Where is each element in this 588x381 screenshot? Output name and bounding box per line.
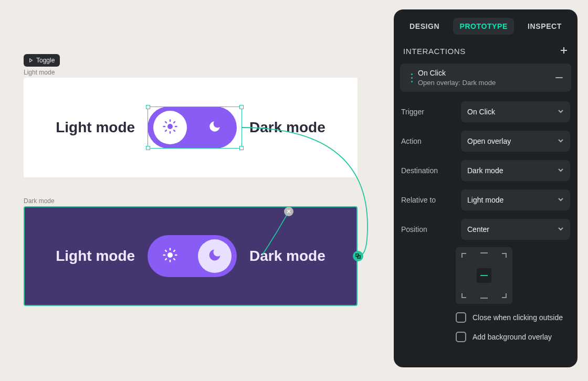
chevron-down-icon <box>558 196 564 204</box>
frame-label-light[interactable]: Light mode <box>24 69 55 76</box>
interaction-subtitle: Open overlay: Dark mode <box>418 79 555 87</box>
svg-line-17 <box>174 250 175 251</box>
chevron-down-icon <box>558 166 564 175</box>
label-close-outside: Close when clicking outside <box>472 312 563 323</box>
select-destination-value: Dark mode <box>467 166 503 175</box>
select-action-value: Open overlay <box>467 137 511 145</box>
chevron-down-icon <box>558 137 564 145</box>
panel-tab-bar: DESIGN PROTOTYPE INSPECT <box>394 9 578 41</box>
pos-top-center[interactable] <box>480 252 488 253</box>
pos-bottom-left[interactable] <box>461 289 470 299</box>
svg-line-16 <box>165 259 166 260</box>
svg-line-15 <box>174 259 175 260</box>
label-relative-to: Relative to <box>401 196 456 204</box>
svg-point-9 <box>167 252 173 258</box>
moon-icon <box>208 120 222 135</box>
svg-line-7 <box>165 130 166 131</box>
text-dark-left: Light mode <box>56 248 135 264</box>
interaction-card[interactable]: On Click Open overlay: Dark mode <box>400 64 571 92</box>
moon-icon <box>207 248 222 264</box>
add-interaction-button[interactable] <box>560 46 568 56</box>
row-bg-overlay: Add background overlay <box>394 327 578 347</box>
svg-point-0 <box>167 124 173 129</box>
label-trigger: Trigger <box>401 108 456 116</box>
row-action: Action Open overlay <box>394 126 578 156</box>
pos-bottom-right[interactable] <box>498 289 507 299</box>
toggle-component-dark[interactable] <box>148 235 237 277</box>
svg-line-5 <box>165 122 166 123</box>
chevron-down-icon <box>558 108 564 116</box>
frame-label-dark[interactable]: Dark mode <box>24 197 55 205</box>
row-relative-to: Relative to Light mode <box>394 185 578 215</box>
text-light-left: Light mode <box>56 119 135 136</box>
row-destination: Destination Dark mode <box>394 156 578 185</box>
text-light-right: Dark mode <box>249 119 326 136</box>
text-dark-right: Dark mode <box>249 248 326 264</box>
select-relative-to-value: Light mode <box>467 196 503 204</box>
component-badge-label: Toggle <box>36 57 55 64</box>
select-trigger[interactable]: On Click <box>461 101 570 122</box>
row-close-outside: Close when clicking outside <box>394 308 578 327</box>
svg-line-6 <box>174 130 175 131</box>
pos-top-right[interactable] <box>498 252 507 262</box>
toggle-component-light[interactable] <box>148 107 237 149</box>
play-icon <box>29 57 33 64</box>
position-picker[interactable] <box>456 247 512 304</box>
svg-rect-19 <box>358 256 360 258</box>
inspector-panel: DESIGN PROTOTYPE INSPECT INTERACTIONS On… <box>394 9 578 367</box>
chevron-down-icon <box>558 225 564 234</box>
toggle-knob-dark <box>198 239 232 273</box>
pos-center[interactable] <box>477 268 491 283</box>
label-action: Action <box>401 137 456 145</box>
close-icon[interactable]: ✕ <box>284 207 293 216</box>
frame-light-mode[interactable]: Light mode <box>24 78 358 177</box>
interactions-title: INTERACTIONS <box>403 47 466 56</box>
prototype-node-icon[interactable] <box>353 251 363 261</box>
select-action[interactable]: Open overlay <box>461 131 570 152</box>
design-canvas[interactable]: Toggle Light mode Light mode <box>0 0 388 381</box>
select-trigger-value: On Click <box>467 108 495 116</box>
svg-line-14 <box>165 250 166 251</box>
component-badge[interactable]: Toggle <box>24 54 60 67</box>
select-relative-to[interactable]: Light mode <box>461 189 570 210</box>
frame-dark-mode[interactable]: Light mode <box>24 206 358 306</box>
select-destination[interactable]: Dark mode <box>461 160 570 181</box>
interactions-header: INTERACTIONS <box>394 41 578 61</box>
drag-handle-icon[interactable] <box>405 73 418 82</box>
checkbox-bg-overlay[interactable] <box>456 332 466 342</box>
tab-prototype[interactable]: PROTOTYPE <box>453 18 514 35</box>
checkbox-close-outside[interactable] <box>456 312 466 323</box>
interaction-title: On Click <box>418 69 555 77</box>
label-destination: Destination <box>401 166 456 175</box>
svg-line-8 <box>174 122 175 123</box>
toggle-off-slot <box>198 111 232 144</box>
toggle-off-slot-dark <box>153 239 187 273</box>
collapse-icon[interactable] <box>555 77 563 78</box>
toggle-knob <box>153 111 187 144</box>
sun-icon <box>162 119 178 136</box>
sun-icon <box>162 247 178 265</box>
label-position: Position <box>401 225 456 234</box>
row-trigger: Trigger On Click <box>394 97 578 126</box>
pos-top-left[interactable] <box>461 252 470 262</box>
select-position[interactable]: Center <box>461 219 570 240</box>
select-position-value: Center <box>467 225 489 234</box>
tab-inspect[interactable]: INSPECT <box>521 18 568 35</box>
pos-bottom-center[interactable] <box>480 298 488 299</box>
row-position: Position Center <box>394 215 578 244</box>
tab-design[interactable]: DESIGN <box>403 18 446 35</box>
label-bg-overlay: Add background overlay <box>472 332 552 343</box>
